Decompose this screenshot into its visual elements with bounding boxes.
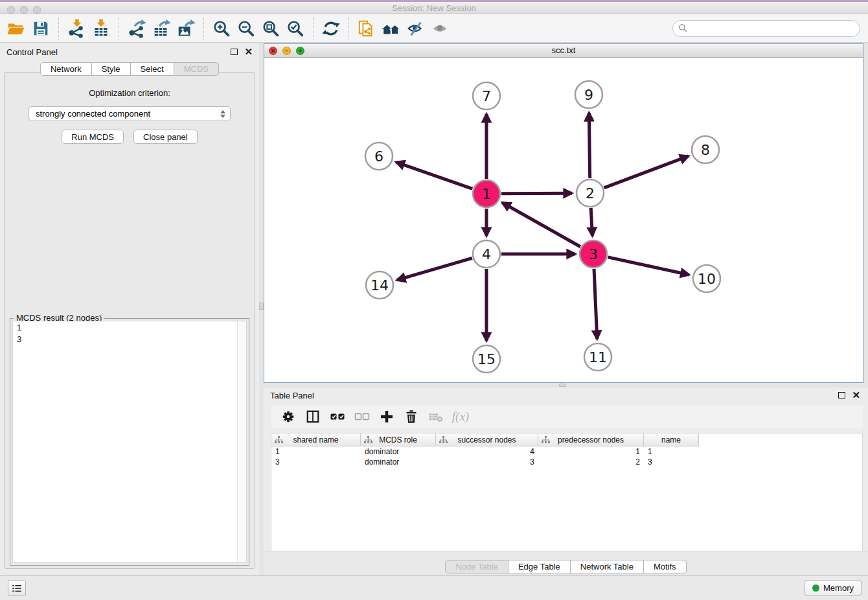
close-panel-icon[interactable]: ✕ — [244, 49, 253, 55]
criterion-dropdown[interactable]: strongly connected component — [29, 106, 231, 121]
float-panel-icon[interactable] — [231, 49, 238, 55]
zoom-out-icon — [236, 19, 256, 38]
graph-edge-4-14[interactable] — [397, 258, 472, 280]
run-mcds-button[interactable]: Run MCDS — [62, 130, 124, 144]
tab-network-table[interactable]: Network Table — [571, 560, 644, 573]
save-session-button[interactable] — [29, 16, 53, 41]
graph-node-label: 10 — [698, 271, 716, 287]
hide-eye-icon — [406, 19, 426, 38]
clear-table-button[interactable] — [426, 407, 446, 426]
column-header-name[interactable]: name — [644, 433, 699, 446]
graph-node-label: 9 — [584, 87, 593, 103]
graph-node-3[interactable]: 3 — [580, 240, 607, 268]
task-history-button[interactable] — [8, 580, 26, 596]
close-panel-icon[interactable]: ✕ — [852, 392, 860, 398]
graph-node-4[interactable]: 4 — [473, 240, 500, 268]
network-window-controls[interactable]: ✕ − + — [269, 47, 304, 55]
column-header-label: successor nodes — [457, 435, 516, 444]
splitter-grip[interactable] — [259, 303, 264, 310]
graph-node-2[interactable]: 2 — [577, 179, 604, 207]
float-panel-icon[interactable] — [838, 392, 845, 398]
zoom-fit-button[interactable] — [258, 16, 283, 41]
graph-node-10[interactable]: 10 — [693, 265, 720, 292]
minimize-window-icon[interactable] — [20, 6, 28, 14]
graph-edge-3-1[interactable] — [502, 203, 580, 247]
tab-edge-table[interactable]: Edge Table — [508, 560, 571, 573]
table-settings-button[interactable] — [279, 407, 298, 426]
tab-style[interactable]: Style — [92, 62, 131, 76]
graph-node-15[interactable]: 15 — [473, 345, 500, 373]
show-all-button[interactable] — [428, 16, 453, 41]
mcds-result-list[interactable]: 13 — [12, 321, 247, 563]
graph-edge-3-10[interactable] — [608, 257, 689, 275]
zoom-selected-button[interactable] — [283, 16, 308, 41]
splitter-grip[interactable] — [559, 384, 566, 387]
function-builder-button[interactable]: f(x) — [451, 407, 470, 426]
export-table-button[interactable] — [149, 16, 174, 41]
tab-network[interactable]: Network — [40, 62, 92, 76]
network-graph[interactable]: 7968124314101511 — [264, 58, 863, 383]
graph-node-1[interactable]: 1 — [473, 180, 500, 207]
result-scrollbar[interactable] — [237, 321, 246, 562]
tab-select[interactable]: Select — [131, 62, 174, 76]
graph-node-8[interactable]: 8 — [692, 136, 719, 163]
minimize-frame-icon[interactable]: − — [282, 47, 291, 55]
close-frame-icon[interactable]: ✕ — [269, 47, 277, 55]
graph-node-11[interactable]: 11 — [584, 343, 611, 371]
maximize-frame-icon[interactable]: + — [296, 47, 304, 55]
vertical-splitter[interactable] — [259, 43, 264, 575]
graph-node-7[interactable]: 7 — [473, 82, 500, 110]
select-all-button[interactable] — [328, 407, 347, 426]
column-header-predecessor-nodes[interactable]: predecessor nodes — [538, 433, 644, 446]
graph-edge-2-8[interactable] — [604, 156, 689, 188]
graph-edge-2-9[interactable] — [589, 113, 589, 178]
table-toolbar: f(x) — [271, 406, 863, 428]
graph-edge-3-11[interactable] — [594, 269, 597, 339]
column-header-shared-name[interactable]: shared name — [271, 433, 361, 446]
graph-edge-2-3[interactable] — [591, 208, 592, 236]
close-panel-button[interactable]: Close panel — [133, 130, 198, 144]
graph-node-14[interactable]: 14 — [366, 271, 393, 299]
table-row[interactable]: 1dominator411 — [271, 446, 862, 457]
graph-node-9[interactable]: 9 — [575, 81, 602, 108]
node-table[interactable]: shared nameMCDS rolesuccessor nodesprede… — [271, 433, 863, 551]
graph-edge-1-2[interactable] — [501, 193, 572, 194]
graph-node-6[interactable]: 6 — [365, 143, 393, 170]
clear-table-icon — [428, 409, 444, 424]
network-canvas[interactable]: 7968124314101511 — [264, 58, 863, 382]
close-window-icon[interactable] — [7, 6, 15, 14]
import-network-button[interactable] — [64, 16, 89, 41]
select-all-icon — [329, 409, 346, 424]
search-input[interactable] — [691, 23, 853, 33]
show-column-panel-button[interactable] — [303, 407, 323, 426]
tab-mcds[interactable]: MCDS — [174, 62, 219, 76]
import-table-button[interactable] — [89, 16, 113, 41]
toolbar-separator — [58, 17, 59, 40]
zoom-in-button[interactable] — [209, 16, 234, 41]
column-header-MCDS-role[interactable]: MCDS role — [361, 433, 436, 446]
zoom-window-icon[interactable] — [33, 6, 41, 14]
window-controls[interactable] — [7, 6, 41, 14]
home-button[interactable] — [379, 16, 404, 41]
zoom-out-button[interactable] — [234, 16, 258, 41]
network-window-titlebar[interactable]: ✕ − + scc.txt — [264, 44, 863, 58]
tab-node-table[interactable]: Node Table — [445, 560, 508, 573]
graph-edge-1-6[interactable] — [396, 162, 472, 189]
open-session-button[interactable] — [4, 16, 29, 41]
export-image-button[interactable] — [174, 16, 198, 41]
hide-selected-button[interactable] — [404, 16, 428, 41]
deselect-all-button[interactable] — [352, 407, 372, 426]
network-overview-button[interactable] — [354, 16, 379, 41]
horizontal-splitter[interactable] — [264, 383, 868, 387]
column-header-successor-nodes[interactable]: successor nodes — [436, 433, 538, 446]
add-column-button[interactable] — [377, 407, 396, 426]
delete-column-button[interactable] — [402, 407, 421, 426]
export-network-button[interactable] — [124, 16, 149, 41]
search-field[interactable] — [672, 20, 860, 37]
table-header-row: shared nameMCDS rolesuccessor nodesprede… — [271, 433, 862, 446]
export-network-icon — [127, 19, 146, 38]
memory-button[interactable]: Memory — [805, 580, 862, 596]
tab-motifs[interactable]: Motifs — [644, 560, 687, 573]
table-row[interactable]: 3dominator323 — [271, 457, 862, 467]
apply-layout-button[interactable] — [319, 16, 343, 41]
